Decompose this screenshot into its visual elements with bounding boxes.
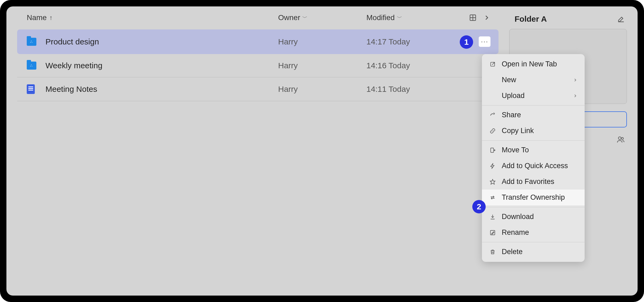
menu-rename[interactable]: Rename xyxy=(482,225,585,240)
svg-point-5 xyxy=(622,138,624,140)
column-name-label: Name xyxy=(27,13,47,22)
file-name: Product design xyxy=(45,37,278,46)
column-modified-label: Modified xyxy=(366,13,395,22)
table-row[interactable]: Product design Harry 14:17 Today ··· xyxy=(17,29,499,54)
sort-ascending-icon: ↑ xyxy=(49,14,53,21)
menu-label: Add to Favorites xyxy=(502,178,578,186)
callout-badge-2: 2 xyxy=(472,200,486,213)
menu-favorites[interactable]: Add to Favorites xyxy=(482,174,585,190)
star-icon xyxy=(489,179,496,185)
callout-number: 1 xyxy=(464,37,469,47)
folder-icon xyxy=(27,62,36,70)
lightning-icon xyxy=(489,163,496,169)
svg-marker-8 xyxy=(490,179,495,184)
svg-rect-7 xyxy=(491,148,494,152)
menu-upload[interactable]: . Upload xyxy=(482,88,585,104)
menu-move-to[interactable]: Move To xyxy=(482,142,585,158)
menu-label: Add to Quick Access xyxy=(502,162,578,170)
link-icon xyxy=(489,128,496,134)
menu-new[interactable]: . New xyxy=(482,72,585,88)
menu-open-new-tab[interactable]: Open in New Tab xyxy=(482,56,585,72)
table-row[interactable]: Weekly meeting Harry 14:16 Today ··· xyxy=(17,54,499,77)
table-row[interactable]: Meeting Notes Harry 14:11 Today ··· xyxy=(17,77,499,101)
menu-separator xyxy=(482,105,585,105)
more-actions-button[interactable]: ··· xyxy=(479,36,490,47)
transfer-icon xyxy=(489,195,496,201)
column-header-name[interactable]: Name ↑ xyxy=(27,13,278,22)
app-window: Name ↑ Owner ﹀ Modified ﹀ xyxy=(6,6,638,296)
people-icon[interactable] xyxy=(617,135,625,144)
file-owner: Harry xyxy=(278,37,366,46)
document-icon xyxy=(27,84,35,94)
file-owner: Harry xyxy=(278,61,366,70)
share-icon xyxy=(489,112,496,118)
file-name: Meeting Notes xyxy=(45,85,278,94)
move-icon xyxy=(489,147,496,153)
chevron-down-icon: ﹀ xyxy=(302,14,308,21)
menu-label: Delete xyxy=(502,248,578,256)
download-icon xyxy=(489,214,496,220)
trash-icon xyxy=(489,249,496,255)
menu-download[interactable]: Download xyxy=(482,209,585,225)
file-name: Weekly meeting xyxy=(45,61,278,70)
menu-separator xyxy=(482,207,585,207)
menu-share[interactable]: Share xyxy=(482,107,585,123)
menu-label: Move To xyxy=(502,146,578,154)
file-modified: 14:16 Today xyxy=(366,61,483,70)
menu-label: Open in New Tab xyxy=(502,60,578,68)
chevron-right-icon xyxy=(573,78,578,82)
menu-label: New xyxy=(502,76,568,84)
rename-icon xyxy=(489,230,496,236)
callout-number: 2 xyxy=(477,202,481,211)
folder-icon xyxy=(27,38,36,46)
menu-copy-link[interactable]: Copy Link xyxy=(482,123,585,139)
menu-transfer-ownership[interactable]: Transfer Ownership xyxy=(482,190,585,205)
menu-quick-access[interactable]: Add to Quick Access xyxy=(482,158,585,174)
svg-point-4 xyxy=(618,137,621,139)
column-header-owner[interactable]: Owner ﹀ xyxy=(278,13,366,22)
menu-label: Transfer Ownership xyxy=(502,193,578,202)
menu-label: Download xyxy=(502,213,578,221)
table-header: Name ↑ Owner ﹀ Modified ﹀ xyxy=(17,13,499,29)
context-menu: Open in New Tab . New . Upload Share Cop… xyxy=(482,54,585,262)
menu-delete[interactable]: Delete xyxy=(482,244,585,260)
menu-separator xyxy=(482,242,585,242)
menu-label: Rename xyxy=(502,228,578,237)
chevron-down-icon: ﹀ xyxy=(397,14,402,21)
open-external-icon xyxy=(489,61,496,67)
menu-label: Copy Link xyxy=(502,127,578,135)
grid-view-icon[interactable] xyxy=(469,14,477,21)
edit-icon[interactable] xyxy=(617,15,625,23)
menu-label: Upload xyxy=(502,92,568,100)
menu-separator xyxy=(482,140,585,141)
file-list-panel: Name ↑ Owner ﹀ Modified ﹀ xyxy=(6,6,509,296)
column-owner-label: Owner xyxy=(278,13,300,22)
column-header-modified[interactable]: Modified ﹀ xyxy=(366,13,469,22)
file-owner: Harry xyxy=(278,85,366,94)
callout-badge-1: 1 xyxy=(460,35,473,49)
file-modified: 14:11 Today xyxy=(366,85,483,94)
menu-label: Share xyxy=(502,111,578,119)
chevron-right-icon xyxy=(573,93,578,98)
details-title: Folder A xyxy=(515,14,547,24)
chevron-right-icon[interactable] xyxy=(483,14,490,21)
